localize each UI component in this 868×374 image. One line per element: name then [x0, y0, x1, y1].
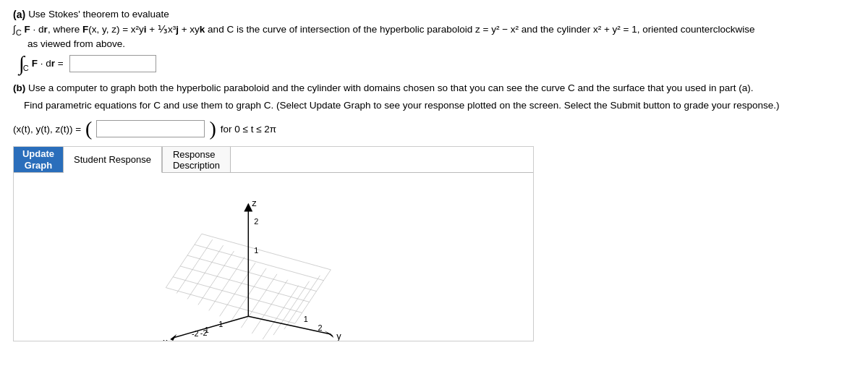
y-tick-2: 2: [318, 323, 322, 332]
part-b-line1: Use a computer to graph both the hyperbo…: [28, 82, 754, 93]
graph-content: x y z 2 1 1 2 -1 -2 1 -2: [14, 173, 533, 341]
x-axis-label: x: [163, 336, 168, 341]
svg-line-10: [209, 257, 245, 310]
svg-line-11: [220, 263, 256, 316]
z-tick-2: 2: [254, 218, 258, 226]
part-b-section: (b) Use a computer to graph both the hyp…: [13, 81, 855, 342]
integral-subscript-c: C: [23, 64, 29, 72]
svg-line-13: [241, 274, 277, 328]
part-a-integral-text: ∫C F · dr, where F(x, y, z) = x²yi + ⅓x³…: [13, 23, 755, 37]
x-tick-neg2: -2: [192, 329, 199, 338]
part-a-section: (a) Use Stokes' theorem to evaluate ∫C F…: [13, 9, 855, 74]
part-b-line2: Find parametric equations for C and use …: [24, 100, 780, 111]
open-paren: (: [85, 119, 92, 139]
close-paren: ): [209, 119, 216, 139]
part-a-label: (a): [13, 9, 25, 20]
integral-label-text: F · dr =: [32, 58, 64, 69]
svg-line-18: [295, 270, 331, 323]
tab-bar: UpdateGraph Student Response ResponseDes…: [14, 147, 533, 173]
svg-line-15: [263, 286, 299, 339]
graph-area: UpdateGraph Student Response ResponseDes…: [13, 146, 534, 341]
x-tick-1: 1: [205, 326, 209, 334]
part-a-instruction: Use Stokes' theorem to evaluate: [28, 9, 169, 20]
tab-student-response[interactable]: Student Response: [64, 147, 162, 173]
parametric-label: (x(t), y(t), z(t)) =: [13, 124, 81, 135]
part-b-label: (b): [13, 82, 25, 93]
z-axis-label: z: [252, 197, 256, 208]
for-text: for 0 ≤ t ≤ 2π: [221, 124, 276, 135]
part-b-description: (b) Use a computer to graph both the hyp…: [13, 81, 855, 95]
y-tick-neg1: -1: [216, 320, 224, 328]
svg-line-8: [187, 245, 224, 299]
svg-line-14: [252, 280, 288, 333]
z-tick-1: 1: [254, 246, 258, 255]
part-a-answer-line: ∫ C F · dr =: [19, 54, 855, 74]
y-tick-1: 1: [304, 315, 308, 323]
part-b-subtext: Find parametric equations for C and use …: [13, 98, 855, 113]
svg-line-16: [273, 281, 310, 335]
answer-input-a[interactable]: [69, 55, 156, 72]
svg-line-6: [166, 234, 202, 287]
y-axis-label: y: [336, 331, 341, 341]
part-a-description: (a) Use Stokes' theorem to evaluate ∫C F…: [13, 9, 855, 37]
tab-response-description[interactable]: ResponseDescription: [163, 147, 231, 172]
parametric-line: (x(t), y(t), z(t)) = ( ) for 0 ≤ t ≤ 2π: [13, 119, 855, 139]
update-graph-button[interactable]: UpdateGraph: [14, 147, 63, 172]
graph-svg: x y z 2 1 1 2 -1 -2 1 -2: [14, 173, 533, 341]
x-axis: [173, 316, 248, 338]
svg-line-9: [198, 251, 234, 305]
parametric-input[interactable]: [96, 120, 205, 137]
part-a-viewed: as viewed from above.: [27, 38, 855, 49]
